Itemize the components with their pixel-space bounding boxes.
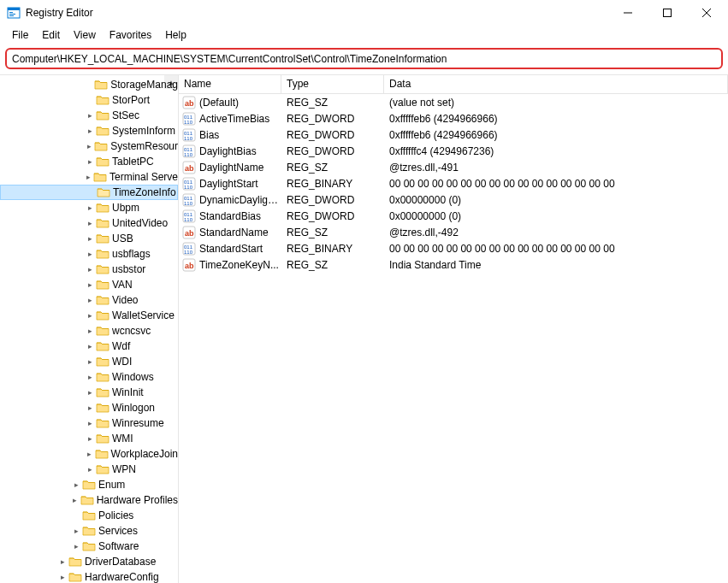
menubar: File Edit View Favorites Help	[0, 26, 728, 44]
tree-item[interactable]: ▸WDI	[0, 354, 178, 369]
tree-item[interactable]: ▸Hardware Profiles	[0, 492, 178, 508]
tree-item[interactable]: ▸Enum	[0, 477, 178, 492]
chevron-right-icon[interactable]: ▸	[84, 111, 96, 120]
menu-edit[interactable]: Edit	[35, 27, 67, 43]
col-header-data[interactable]: Data	[384, 75, 728, 93]
chevron-right-icon[interactable]: ▸	[84, 342, 96, 350]
chevron-right-icon[interactable]: ▸	[84, 388, 96, 397]
tree-item[interactable]: ▸Video	[0, 292, 178, 308]
tree-item[interactable]: ▸WorkplaceJoin	[0, 446, 178, 462]
value-row[interactable]: abDaylightNameREG_SZ@tzres.dll,-491	[179, 159, 728, 175]
svg-rect-3	[9, 14, 15, 15]
menu-file[interactable]: File	[5, 27, 35, 43]
value-row[interactable]: 011110DynamicDaylight...REG_DWORD0x00000…	[179, 191, 728, 208]
tree-item[interactable]: ▸TabletPC	[0, 154, 178, 169]
tree-item[interactable]: Policies	[0, 508, 178, 523]
menu-help[interactable]: Help	[158, 27, 193, 43]
tree-item[interactable]: ▸Services	[0, 523, 178, 539]
chevron-right-icon[interactable]: ▸	[84, 450, 95, 458]
chevron-right-icon[interactable]: ▸	[70, 480, 82, 489]
chevron-right-icon[interactable]: ▸	[84, 296, 96, 304]
tree-item[interactable]: TimeZoneInfo	[0, 185, 178, 200]
chevron-right-icon[interactable]: ▸	[56, 557, 68, 566]
tree-item[interactable]: ▸StSec	[0, 108, 178, 123]
tree-item[interactable]: ▸USB	[0, 231, 178, 246]
close-button[interactable]	[687, 1, 726, 25]
tree-item[interactable]: ▸UnitedVideo	[0, 215, 178, 231]
chevron-right-icon[interactable]: ▸	[84, 265, 96, 274]
tree-item-label: DriverDatabase	[85, 556, 156, 568]
chevron-right-icon[interactable]: ▸	[84, 434, 96, 443]
tree-item-label: Ubpm	[112, 202, 139, 214]
values-pane[interactable]: Name Type Data ab(Default)REG_SZ(value n…	[179, 75, 728, 583]
chevron-right-icon[interactable]: ▸	[84, 357, 96, 366]
address-bar[interactable]: Computer\HKEY_LOCAL_MACHINE\SYSTEM\Curre…	[5, 48, 723, 69]
tree-item[interactable]: ▸Ubpm	[0, 200, 178, 215]
tree-item[interactable]: ▸SystemInform	[0, 123, 178, 138]
chevron-right-icon[interactable]: ▸	[84, 465, 96, 474]
tree-item[interactable]: ▸SystemResour	[0, 138, 178, 154]
tree-item[interactable]: ▸Windows	[0, 369, 178, 385]
tree-item[interactable]: ▸VAN	[0, 277, 178, 292]
folder-icon	[96, 356, 109, 368]
tree-item[interactable]: ▸WinInit	[0, 385, 178, 400]
value-row[interactable]: abTimeZoneKeyN...REG_SZIndia Standard Ti…	[179, 256, 728, 273]
chevron-right-icon[interactable]: ▸	[84, 157, 96, 166]
chevron-right-icon[interactable]: ▸	[84, 203, 96, 212]
menu-view[interactable]: View	[67, 27, 103, 43]
tree-item[interactable]: ▸WPN	[0, 462, 178, 477]
chevron-right-icon[interactable]: ▸	[70, 527, 82, 535]
value-name: TimeZoneKeyN...	[199, 259, 279, 271]
tree-item[interactable]: ▸usbflags	[0, 246, 178, 262]
tree-item[interactable]: ▸Winlogon	[0, 400, 178, 415]
chevron-right-icon[interactable]: ▸	[70, 496, 80, 504]
tree-item[interactable]: ▸usbstor	[0, 262, 178, 277]
chevron-right-icon[interactable]: ▸	[56, 573, 68, 581]
window-title: Registry Editor	[26, 7, 93, 19]
chevron-right-icon[interactable]: ▸	[84, 234, 96, 243]
tree-item-label: usbflags	[112, 248, 151, 260]
chevron-right-icon[interactable]: ▸	[84, 142, 94, 150]
tree-item-label: TabletPC	[112, 156, 154, 168]
tree-pane[interactable]: ▲ StorageManagStorPort▸StSec▸SystemInfor…	[0, 75, 179, 583]
chevron-right-icon[interactable]: ▸	[84, 250, 96, 258]
maximize-button[interactable]	[648, 1, 687, 25]
minimize-button[interactable]	[608, 1, 648, 25]
menu-favorites[interactable]: Favorites	[103, 27, 158, 43]
value-row[interactable]: 011110BiasREG_DWORD0xfffffeb6 (429496696…	[179, 127, 728, 143]
value-row[interactable]: ab(Default)REG_SZ(value not set)	[179, 94, 728, 110]
chevron-right-icon[interactable]: ▸	[84, 127, 96, 135]
folder-icon	[96, 386, 109, 398]
tree-item[interactable]: StorPort	[0, 92, 178, 108]
tree-item[interactable]: ▸Winresume	[0, 415, 178, 431]
tree-item[interactable]: ▸Wdf	[0, 339, 178, 354]
chevron-right-icon[interactable]: ▸	[84, 311, 96, 320]
value-row[interactable]: 011110StandardStartREG_BINARY00 00 00 00…	[179, 240, 728, 256]
chevron-right-icon[interactable]: ▸	[84, 173, 93, 181]
value-row[interactable]: abStandardNameREG_SZ@tzres.dll,-492	[179, 224, 728, 240]
chevron-right-icon[interactable]: ▸	[84, 403, 96, 412]
value-row[interactable]: 011110StandardBiasREG_DWORD0x00000000 (0…	[179, 208, 728, 224]
chevron-right-icon[interactable]: ▸	[84, 373, 96, 381]
chevron-right-icon[interactable]: ▸	[84, 327, 96, 335]
tree-item[interactable]: ▸WalletService	[0, 308, 178, 323]
chevron-right-icon[interactable]: ▸	[84, 419, 96, 427]
tree-item[interactable]: ▸WMI	[0, 431, 178, 446]
tree-item[interactable]: ▸Terminal Serve	[0, 169, 178, 185]
tree-item[interactable]: ▸HardwareConfig	[0, 569, 178, 583]
value-row[interactable]: 011110DaylightStartREG_BINARY00 00 00 00…	[179, 175, 728, 191]
tree-item[interactable]: StorageManag	[0, 77, 178, 92]
chevron-right-icon[interactable]: ▸	[70, 542, 82, 551]
regedit-icon	[7, 6, 21, 20]
col-header-type[interactable]: Type	[281, 75, 384, 93]
tree-item[interactable]: ▸Software	[0, 539, 178, 554]
value-row[interactable]: 011110DaylightBiasREG_DWORD0xffffffc4 (4…	[179, 143, 728, 159]
value-row[interactable]: 011110ActiveTimeBiasREG_DWORD0xfffffeb6 …	[179, 110, 728, 127]
chevron-right-icon[interactable]: ▸	[84, 219, 96, 227]
col-header-name[interactable]: Name	[179, 75, 281, 93]
tree-item[interactable]: ▸DriverDatabase	[0, 554, 178, 569]
value-type: REG_SZ	[281, 259, 384, 271]
value-type: REG_DWORD	[281, 194, 384, 206]
chevron-right-icon[interactable]: ▸	[84, 280, 96, 289]
tree-item[interactable]: ▸wcncsvc	[0, 323, 178, 339]
